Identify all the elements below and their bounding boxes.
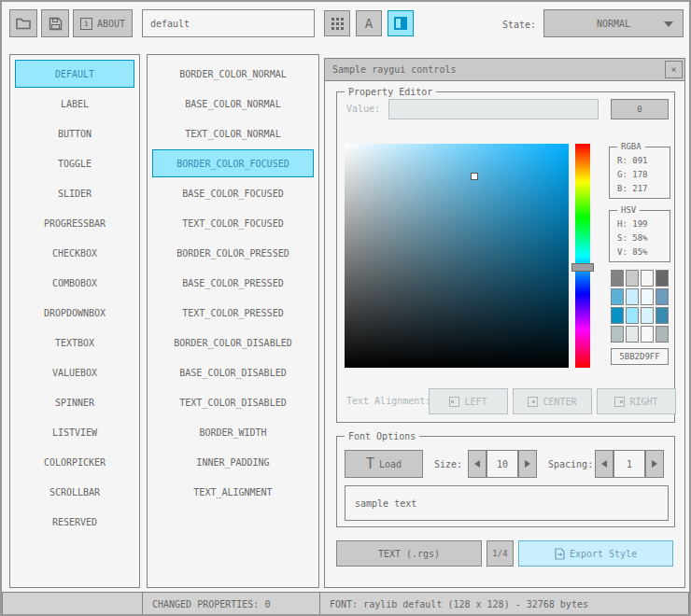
controls-list-item[interactable]: COLORPICKER (15, 448, 134, 476)
palette-swatch[interactable] (641, 326, 654, 343)
controls-list-item[interactable]: PROGRESSBAR (15, 209, 134, 237)
font-view-button[interactable]: A (356, 10, 382, 36)
property-editor-group-label: Property Editor (345, 87, 436, 97)
value-button-label: 0 (637, 105, 642, 114)
spacing-increment-button[interactable] (645, 450, 664, 478)
properties-list-item[interactable]: BASE_COLOR_PRESSED (152, 269, 314, 297)
align-center-label: CENTER (543, 397, 576, 407)
palette-swatch[interactable] (611, 307, 624, 324)
style-table-view-button[interactable] (324, 10, 350, 36)
palette-swatch[interactable] (611, 270, 624, 287)
properties-list-item[interactable]: TEXT_COLOR_FOCUSED (152, 209, 314, 237)
controls-list-item[interactable]: BUTTON (15, 119, 134, 147)
properties-list-item[interactable]: TEXT_COLOR_DISABLED (152, 388, 314, 416)
size-value-box[interactable]: 10 (487, 450, 518, 478)
left-arrow-icon (601, 460, 607, 468)
state-dropdown[interactable]: NORMAL (543, 9, 684, 37)
about-button[interactable]: i ABOUT (73, 9, 133, 37)
window-titlebar[interactable]: Sample raygui controls (325, 59, 684, 81)
text-alignment-label: Text Alignment: (346, 396, 430, 406)
size-label: Size: (434, 459, 462, 469)
size-increment-button[interactable] (518, 450, 537, 478)
align-left-icon (449, 397, 459, 407)
spacing-value-box[interactable]: 1 (613, 450, 645, 478)
color-cursor[interactable] (471, 173, 478, 180)
palette-swatch[interactable] (641, 307, 654, 324)
controls-list-item[interactable]: LISTVIEW (15, 418, 134, 446)
properties-list-item[interactable]: BORDER_COLOR_PRESSED (152, 239, 314, 267)
controls-list: DEFAULT LABEL BUTTON TOGGLE SLIDER PROGR… (9, 54, 140, 588)
font-t-icon: T (366, 455, 374, 472)
properties-list-item[interactable]: BASE_COLOR_DISABLED (152, 358, 314, 386)
save-style-button[interactable] (41, 9, 69, 37)
properties-list-item[interactable]: BORDER_COLOR_NORMAL (152, 60, 314, 88)
palette-swatch[interactable] (611, 288, 624, 305)
palette-swatch[interactable] (626, 270, 639, 287)
properties-list-item[interactable]: BASE_COLOR_NORMAL (152, 90, 314, 118)
properties-list-item[interactable]: BORDER_WIDTH (152, 418, 314, 446)
state-label: State: (502, 20, 536, 30)
state-dropdown-value: NORMAL (597, 19, 630, 29)
palette-swatch[interactable] (656, 270, 669, 287)
controls-list-item[interactable]: SLIDER (15, 179, 134, 207)
align-center-button: CENTER (513, 388, 592, 414)
palette-swatch[interactable] (656, 288, 669, 305)
style-page-button[interactable]: 1/4 (487, 540, 514, 567)
controls-list-item[interactable]: SCROLLBAR (15, 478, 134, 506)
export-style-button[interactable]: Export Style (518, 540, 673, 567)
info-icon: i (80, 18, 92, 30)
palette-swatch[interactable] (656, 326, 669, 343)
export-format-button[interactable]: TEXT (.rgs) (336, 540, 482, 567)
hsv-s-value: S: 58% (617, 231, 648, 245)
properties-list-item[interactable]: BORDER_COLOR_FOCUSED (152, 149, 314, 177)
properties-list-item[interactable]: BASE_COLOR_FOCUSED (152, 179, 314, 207)
right-arrow-icon (525, 460, 530, 468)
spacing-decrement-button[interactable] (595, 450, 613, 478)
style-editor-view-button[interactable] (388, 10, 414, 36)
close-icon: × (670, 64, 676, 75)
controls-list-item[interactable]: TOGGLE (15, 149, 134, 177)
rgba-group-label: RGBA (617, 142, 645, 152)
properties-list-item[interactable]: BORDER_COLOR_DISABLED (152, 329, 314, 357)
align-left-label: LEFT (464, 397, 487, 407)
palette-swatch[interactable] (656, 307, 669, 324)
rgba-b-value: B: 217 (617, 182, 648, 196)
controls-list-item[interactable]: TEXTBOX (15, 329, 134, 357)
controls-list-item[interactable]: DEFAULT (15, 60, 134, 88)
hue-bar[interactable] (575, 144, 590, 368)
hue-slider-handle[interactable] (571, 263, 594, 272)
font-load-button[interactable]: T Load (345, 450, 423, 478)
palette-swatch[interactable] (626, 288, 639, 305)
controls-list-item[interactable]: CHECKBOX (15, 239, 134, 267)
palette-swatch[interactable] (626, 326, 639, 343)
palette-swatch[interactable] (641, 288, 654, 305)
controls-list-item[interactable]: VALUEBOX (15, 358, 134, 386)
statusbar-font-info: FONT: raylib default (128 x 128) - 32768… (319, 592, 689, 616)
hsv-h-value: H: 199 (617, 217, 648, 231)
palette-swatch[interactable] (626, 307, 639, 324)
half-filled-square-icon (394, 17, 407, 30)
rguistyler-app: i ABOUT A State: NORMAL DEFAULT LABEL BU… (0, 0, 691, 616)
hsv-v-value: V: 85% (617, 245, 648, 259)
properties-list: BORDER_COLOR_NORMAL BASE_COLOR_NORMAL TE… (147, 54, 319, 588)
properties-list-item[interactable]: TEXT_COLOR_PRESSED (152, 299, 314, 327)
saturation-value-panel[interactable] (345, 144, 569, 368)
align-center-icon (528, 397, 538, 407)
controls-list-item[interactable]: COMBOBOX (15, 269, 134, 297)
load-style-button[interactable] (9, 9, 37, 37)
controls-list-item[interactable]: DROPDOWNBOX (15, 299, 134, 327)
value-button[interactable]: 0 (611, 99, 669, 119)
toolbar: i ABOUT A State: NORMAL (2, 2, 689, 47)
size-decrement-button[interactable] (468, 450, 487, 478)
style-name-input[interactable] (142, 9, 315, 37)
sample-text-box[interactable]: sample text (345, 485, 669, 521)
properties-list-item[interactable]: TEXT_COLOR_NORMAL (152, 119, 314, 147)
controls-list-item[interactable]: RESERVED (15, 508, 134, 536)
controls-list-item[interactable]: SPINNER (15, 388, 134, 416)
close-window-button[interactable]: × (665, 61, 683, 78)
palette-swatch[interactable] (641, 270, 654, 287)
properties-list-item[interactable]: INNER_PADDING (152, 448, 314, 476)
controls-list-item[interactable]: LABEL (15, 90, 134, 118)
properties-list-item[interactable]: TEXT_ALIGNMENT (152, 478, 314, 506)
palette-swatch[interactable] (611, 326, 624, 343)
